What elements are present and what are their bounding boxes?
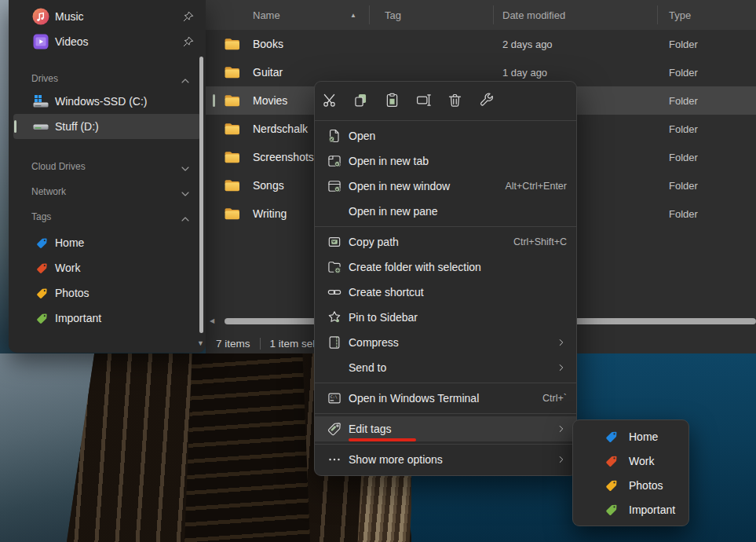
selection-count: 1 item sel: [270, 338, 316, 350]
shortcut-label: Alt+Ctrl+Enter: [505, 181, 567, 192]
videos-icon: [31, 32, 50, 51]
terminal-icon: C:\: [326, 390, 343, 407]
menu-item-compress[interactable]: Compress: [315, 330, 576, 355]
menu-item-create-shortcut[interactable]: Create shortcut: [315, 280, 576, 305]
menu-separator: [315, 226, 576, 227]
submenu-chevron-icon: [556, 454, 567, 465]
sidebar-item-windows-ssd[interactable]: Windows-SSD (C:): [13, 89, 201, 114]
submenu-item-tag-work[interactable]: Work: [573, 449, 688, 473]
quick-actions-row: [315, 82, 576, 118]
file-type: Folder: [669, 152, 698, 163]
chevron-down-icon[interactable]: [181, 163, 190, 170]
delete-icon: [447, 92, 463, 108]
chevron-up-icon[interactable]: [181, 75, 190, 82]
chevron-up-icon[interactable]: [181, 214, 190, 220]
copy-path-icon: [326, 233, 343, 251]
submenu-item-tag-important[interactable]: Important: [573, 497, 688, 522]
folder-icon: [224, 37, 241, 51]
menu-item-copy-path[interactable]: Copy path Ctrl+Shift+C: [315, 229, 576, 255]
section-header-cloud-drives[interactable]: Cloud Drives: [9, 156, 206, 177]
folder-icon: [224, 122, 241, 136]
edit-tags-submenu: Home Work Photos Important: [572, 419, 689, 526]
menu-item-open-in-new-window[interactable]: Open in new window Alt+Ctrl+Enter: [315, 174, 576, 199]
sidebar: Music Videos Drives Windows-SSD (C:) Stu…: [9, 0, 206, 353]
section-label: Network: [31, 186, 66, 197]
sidebar-item-label: Music: [55, 10, 84, 23]
delete-button[interactable]: [442, 87, 467, 112]
pin-icon[interactable]: [182, 10, 195, 23]
file-name: Nerdschalk: [253, 123, 308, 135]
menu-item-send-to[interactable]: Send to: [315, 355, 576, 380]
folder-icon: [224, 65, 241, 79]
file-name: Guitar: [253, 66, 283, 79]
column-header-name[interactable]: Name: [253, 9, 280, 21]
sidebar-scrollbar-thumb[interactable]: [199, 57, 203, 333]
file-type: Folder: [669, 38, 698, 50]
submenu-chevron-icon: [556, 362, 567, 373]
tag-icon: [31, 284, 50, 302]
submenu-item-tag-photos[interactable]: Photos: [573, 473, 688, 497]
properties-button[interactable]: [473, 87, 499, 112]
status-divider: [260, 338, 261, 350]
pin-star-icon: [326, 309, 343, 326]
scroll-left-arrow-icon[interactable]: ◀: [210, 317, 214, 325]
copy-icon: [352, 92, 369, 108]
section-header-drives[interactable]: Drives: [9, 68, 206, 89]
folder-icon: [224, 207, 241, 221]
menu-item-open-in-windows-terminal[interactable]: C:\ Open in Windows Terminal Ctrl+`: [315, 386, 576, 411]
menu-item-open-in-new-tab[interactable]: Open in new tab: [315, 148, 576, 174]
section-header-network[interactable]: Network: [9, 181, 206, 202]
paste-button[interactable]: [379, 87, 404, 112]
shortcut-link-icon: [326, 284, 343, 301]
items-count: 7 items: [216, 338, 250, 350]
wallpaper-wood-steps: [184, 353, 310, 542]
menu-item-edit-tags[interactable]: Edit tags: [315, 416, 576, 441]
cut-button[interactable]: [316, 87, 341, 112]
copy-button[interactable]: [348, 87, 373, 112]
rename-button[interactable]: [411, 87, 436, 112]
sidebar-item-tag-photos[interactable]: Photos: [13, 280, 201, 306]
sidebar-item-label: Stuff (D:): [55, 120, 99, 133]
context-menu: Open Open in new tab Open in new window …: [314, 81, 577, 476]
sort-ascending-icon: ▲: [350, 12, 356, 19]
menu-separator: [315, 444, 576, 445]
file-name: Songs: [253, 179, 284, 192]
create-folder-icon: [326, 258, 343, 276]
column-header-type[interactable]: Type: [669, 9, 691, 21]
submenu-chevron-icon: [556, 423, 567, 434]
sidebar-item-tag-home[interactable]: Home: [13, 230, 201, 255]
menu-item-open[interactable]: Open: [315, 123, 576, 148]
submenu-item-tag-home[interactable]: Home: [573, 424, 688, 449]
sidebar-item-music[interactable]: Music: [13, 4, 201, 29]
section-label: Tags: [31, 211, 51, 222]
folder-icon: [224, 93, 241, 108]
edit-tags-red-underline-annotation: [349, 438, 416, 441]
scroll-down-arrow-icon[interactable]: ▼: [197, 339, 204, 347]
tag-icon: [31, 233, 50, 252]
sidebar-item-videos[interactable]: Videos: [13, 29, 201, 54]
column-header-date-modified[interactable]: Date modified: [502, 9, 565, 21]
sidebar-item-label: Videos: [55, 35, 89, 48]
menu-item-create-folder-with-selection[interactable]: Create folder with selection: [315, 255, 576, 280]
column-divider[interactable]: [493, 5, 494, 24]
menu-item-show-more-options[interactable]: Show more options: [315, 447, 576, 472]
section-header-tags[interactable]: Tags: [9, 207, 206, 227]
sidebar-item-tag-important[interactable]: Important: [13, 306, 201, 331]
menu-separator: [315, 383, 576, 383]
column-divider[interactable]: [657, 5, 658, 24]
menu-item-pin-to-sidebar[interactable]: Pin to Sidebar: [315, 305, 576, 330]
folder-icon: [224, 178, 241, 192]
sidebar-item-stuff-d-selected[interactable]: Stuff (D:): [13, 114, 201, 139]
ellipsis-icon: [326, 451, 343, 468]
no-icon-spacer: [326, 359, 343, 376]
chevron-down-icon[interactable]: [181, 189, 190, 195]
sidebar-item-tag-work[interactable]: Work: [13, 255, 201, 280]
file-type: Folder: [669, 180, 698, 192]
column-header-tag[interactable]: Tag: [385, 9, 401, 21]
file-name: Writing: [253, 207, 287, 220]
column-divider[interactable]: [369, 5, 370, 24]
pin-icon[interactable]: [182, 35, 195, 48]
file-row-books[interactable]: Books 2 days ago Folder: [206, 30, 756, 58]
menu-item-open-in-new-pane[interactable]: Open in new pane: [315, 199, 576, 224]
file-name: Screenshots: [253, 151, 314, 163]
